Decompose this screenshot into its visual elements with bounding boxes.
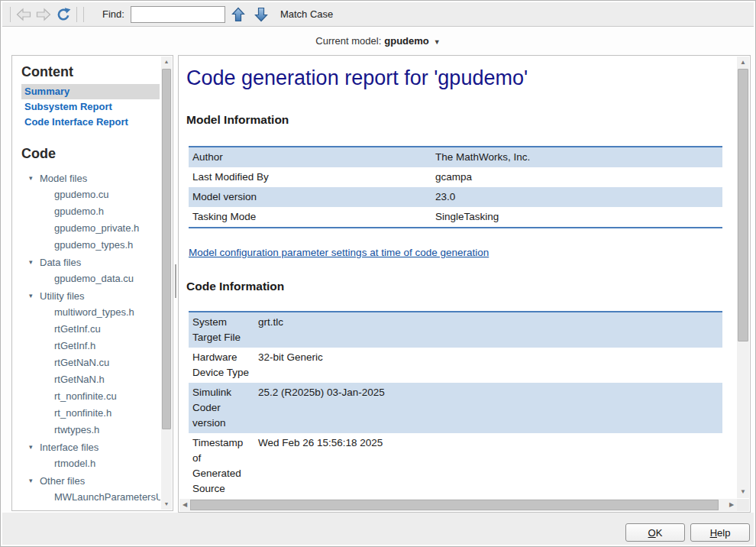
- find-next-button[interactable]: [251, 5, 271, 24]
- tree-file-item[interactable]: rtwtypes.h: [21, 422, 160, 439]
- toolbar-separator: [83, 7, 84, 22]
- tree-group-label: Model files: [40, 173, 87, 184]
- main-scrollbar-thumb[interactable]: [738, 69, 748, 341]
- page-title: Code generation report for 'gpudemo': [186, 66, 729, 89]
- row-label: Tasking Mode: [189, 207, 431, 228]
- code-generation-report-window: Find: Match Case Current model:gpudemo▼ …: [0, 0, 756, 547]
- find-input[interactable]: [131, 6, 225, 23]
- model-info-tbody: AuthorThe MathWorks, Inc.Last Modified B…: [189, 147, 722, 228]
- tree-file-item[interactable]: multiword_types.h: [21, 304, 160, 321]
- ok-button[interactable]: OK: [625, 523, 685, 542]
- code-information-table: System Target Filegrt.tlcHardware Device…: [189, 311, 722, 499]
- tree-collapse-icon[interactable]: ▾: [29, 443, 40, 451]
- table-row: AuthorThe MathWorks, Inc.: [189, 147, 722, 167]
- content-heading: Content: [21, 63, 160, 80]
- row-value: 25.2 (R2025b) 03-Jan-2025: [254, 383, 722, 433]
- tree-file-item[interactable]: gpudemo_private.h: [21, 220, 160, 237]
- tree-group[interactable]: ▾Utility files: [21, 287, 160, 304]
- tree-group[interactable]: ▾Model files: [21, 170, 160, 186]
- report-content: Code generation report for 'gpudemo' Mod…: [179, 56, 737, 499]
- table-row: Last Modified Bygcampa: [189, 167, 722, 187]
- sidebar-link[interactable]: Code Interface Report: [21, 115, 160, 130]
- row-value: 23.0: [431, 187, 722, 207]
- back-button[interactable]: [14, 5, 34, 24]
- tree-file-item[interactable]: MWLaunchParametersUti: [21, 489, 160, 506]
- sidebar-link[interactable]: Summary: [21, 84, 160, 99]
- find-toolbar: Find: Match Case: [2, 2, 754, 27]
- scroll-right-icon[interactable]: ▶: [726, 499, 737, 511]
- tree-group-label: Utility files: [40, 290, 85, 302]
- tree-file-item[interactable]: rt_nonfinite.h: [21, 405, 160, 422]
- report-main-panel: Code generation report for 'gpudemo' Mod…: [178, 55, 751, 513]
- scroll-up-icon[interactable]: ▲: [737, 57, 749, 69]
- sidebar-content: Content SummarySubsystem ReportCode Inte…: [12, 56, 160, 510]
- tree-group[interactable]: ▾Interface files: [21, 439, 160, 455]
- row-value: gcampa: [431, 167, 722, 187]
- match-case-toggle[interactable]: Match Case: [280, 8, 333, 20]
- tree-collapse-icon[interactable]: ▾: [29, 292, 40, 299]
- code-heading: Code: [21, 145, 160, 162]
- code-info-tbody: System Target Filegrt.tlcHardware Device…: [189, 312, 722, 499]
- scroll-down-icon[interactable]: ▼: [737, 486, 749, 498]
- dropdown-caret-icon: ▼: [434, 38, 441, 46]
- tree-file-item[interactable]: gpudemo.h: [21, 203, 160, 220]
- find-previous-button[interactable]: [228, 5, 248, 24]
- row-value: The MathWorks, Inc.: [431, 147, 722, 167]
- up-arrow-icon: [231, 7, 245, 22]
- find-label: Find:: [102, 8, 124, 20]
- dialog-footer: OK Help: [2, 513, 754, 545]
- tree-file-item[interactable]: gpudemo_data.cu: [21, 270, 160, 287]
- forward-button[interactable]: [34, 5, 53, 24]
- model-information-table: AuthorThe MathWorks, Inc.Last Modified B…: [189, 146, 722, 228]
- help-button[interactable]: Help: [690, 523, 750, 542]
- tree-file-item[interactable]: rtGetNaN.cu: [21, 354, 160, 371]
- tree-file-item[interactable]: rtGetNaN.h: [21, 371, 160, 388]
- tree-group-label: Data files: [40, 257, 81, 268]
- config-parameters-link[interactable]: Model configuration parameter settings a…: [189, 247, 489, 258]
- sidebar-scrollbar-thumb[interactable]: [162, 69, 171, 429]
- table-row: Model version23.0: [189, 187, 722, 207]
- back-arrow-icon: [16, 8, 31, 21]
- report-navigation-sidebar: Content SummarySubsystem ReportCode Inte…: [11, 55, 173, 511]
- current-model-label: Current model:: [315, 35, 381, 47]
- main-horizontal-scrollbar[interactable]: ◀ ▶: [179, 499, 737, 511]
- tree-file-item[interactable]: rt_nonfinite.cu: [21, 388, 160, 405]
- row-label: System Target File: [189, 312, 254, 348]
- main-vertical-scrollbar[interactable]: ▲ ▼: [737, 57, 749, 498]
- table-row: Simulink Coder version25.2 (R2025b) 03-J…: [189, 383, 722, 433]
- scroll-left-icon[interactable]: ◀: [179, 499, 190, 511]
- row-label: Last Modified By: [189, 167, 431, 187]
- tree-group[interactable]: ▾Other files: [21, 472, 160, 489]
- tree-file-item[interactable]: gpudemo.cu: [21, 186, 160, 203]
- table-row: Timestamp of Generated SourceWed Feb 26 …: [189, 433, 722, 499]
- tree-file-item[interactable]: rtmodel.h: [21, 455, 160, 472]
- tree-collapse-icon[interactable]: ▾: [29, 477, 40, 484]
- tree-file-item[interactable]: gpudemo_types.h: [21, 237, 160, 254]
- row-label: Timestamp of Generated Source: [189, 433, 254, 499]
- refresh-button[interactable]: [53, 5, 73, 24]
- current-model-selector[interactable]: Current model:gpudemo▼: [1, 35, 755, 47]
- tree-file-item[interactable]: rtGetInf.cu: [21, 321, 160, 338]
- scroll-up-icon[interactable]: ▲: [161, 57, 172, 67]
- content-links: SummarySubsystem ReportCode Interface Re…: [21, 84, 160, 130]
- sidebar-link[interactable]: Subsystem Report: [21, 99, 160, 115]
- row-label: Author: [189, 147, 431, 167]
- main-horizontal-thumb[interactable]: [190, 500, 719, 510]
- tree-group-label: Other files: [40, 475, 85, 487]
- table-row: Tasking ModeSingleTasking: [189, 207, 722, 228]
- tree-group[interactable]: ▾Data files: [21, 254, 160, 270]
- tree-collapse-icon[interactable]: ▾: [29, 258, 40, 266]
- row-value: SingleTasking: [431, 207, 722, 228]
- table-row: System Target Filegrt.tlc: [189, 312, 722, 348]
- scroll-down-icon[interactable]: ▼: [161, 499, 172, 510]
- tree-collapse-icon[interactable]: ▾: [29, 174, 40, 182]
- scrollbar-corner: [737, 499, 749, 511]
- tree-group-label: Interface files: [40, 442, 99, 453]
- model-information-heading: Model Information: [186, 113, 729, 126]
- sidebar-scrollbar[interactable]: ▲ ▼: [161, 57, 172, 510]
- panel-splitter-handle[interactable]: [175, 264, 176, 298]
- refresh-icon: [56, 7, 71, 22]
- table-row: Hardware Device Type32-bit Generic: [189, 348, 722, 383]
- tree-file-item[interactable]: rtGetInf.h: [21, 338, 160, 354]
- toolbar-separator: [76, 7, 77, 22]
